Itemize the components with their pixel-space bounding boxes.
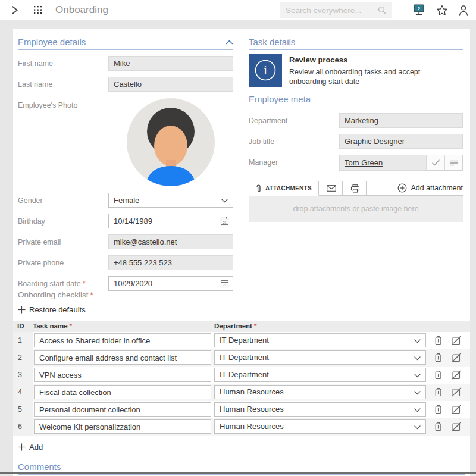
manager-value-link[interactable]: Tom Green: [345, 158, 383, 167]
attachments-tabbar: ATTACHMENTS Add attachment: [249, 180, 463, 196]
checklist-body: 1 IT Department 2 IT Department 3 IT Dep…: [13, 332, 470, 436]
department-select[interactable]: Human Resources: [214, 385, 426, 399]
attachments-dropzone[interactable]: drop attachments or paste image here: [249, 196, 463, 222]
checklist-row: 2 IT Department: [13, 349, 470, 367]
birthday-row: Birthday 21: [18, 214, 233, 228]
private-phone-field[interactable]: [108, 255, 233, 270]
restore-defaults-button[interactable]: Restore defaults: [18, 305, 86, 314]
paperclip-icon: [256, 184, 261, 193]
task-menu-icon[interactable]: [455, 56, 457, 65]
first-name-label: First name: [18, 56, 108, 68]
checklist-table-header: ID Task name* Department*: [13, 321, 470, 332]
add-row-label: Add: [29, 443, 43, 452]
task-text: Review process Review all onboarding tas…: [289, 54, 463, 87]
first-name-field[interactable]: [108, 56, 233, 71]
task-card: i Review process Review all onboarding t…: [249, 54, 463, 87]
task-name-input[interactable]: [34, 368, 211, 382]
department-row: Department: [249, 113, 463, 128]
add-attachment-label: Add attachment: [411, 184, 463, 192]
row-id: 5: [13, 401, 33, 418]
app-launcher-icon[interactable]: [34, 6, 42, 14]
edit-row-icon[interactable]: [452, 405, 461, 414]
department-select[interactable]: IT Department: [214, 368, 426, 382]
task-name-input[interactable]: [34, 350, 211, 365]
department-select[interactable]: Human Resources: [214, 402, 426, 416]
edit-row-icon[interactable]: [452, 370, 461, 380]
row-actions: [434, 387, 461, 397]
task-details-header: Task details: [249, 37, 463, 50]
row-id: 6: [13, 418, 33, 436]
department-field[interactable]: [339, 113, 463, 128]
edit-row-icon[interactable]: [452, 336, 461, 345]
birthday-field[interactable]: [108, 214, 233, 228]
boarding-start-field[interactable]: [108, 276, 233, 291]
delete-row-icon[interactable]: [434, 353, 443, 362]
add-row-button[interactable]: Add: [18, 443, 43, 452]
task-name-input[interactable]: [34, 402, 211, 416]
edit-row-icon[interactable]: [452, 422, 461, 431]
tab-email[interactable]: [321, 181, 343, 196]
search-input[interactable]: [280, 6, 378, 15]
row-id: 4: [13, 384, 33, 401]
search-box[interactable]: [280, 2, 392, 18]
boarding-start-row: Boarding start date* 21: [18, 276, 233, 291]
sidebar-expand-icon[interactable]: [11, 5, 19, 15]
gender-select[interactable]: Female: [108, 193, 233, 208]
department-select[interactable]: Human Resources: [214, 419, 426, 434]
photo-row: Employee's Photo: [18, 98, 233, 187]
tab-attachments[interactable]: ATTACHMENTS: [249, 181, 319, 196]
private-email-row: Private email: [18, 234, 233, 249]
add-attachment-button[interactable]: Add attachment: [397, 183, 463, 193]
department-label: Department: [249, 113, 339, 125]
column-header-task: Task name*: [33, 322, 214, 330]
task-name-input[interactable]: [34, 333, 211, 347]
last-name-field[interactable]: [108, 77, 233, 92]
private-email-field[interactable]: [108, 234, 233, 249]
chevron-down-icon: [414, 374, 421, 378]
task-name-input[interactable]: [34, 419, 211, 434]
column-header-id: ID: [13, 322, 33, 330]
delete-row-icon[interactable]: [434, 387, 443, 397]
collapse-section-icon[interactable]: [226, 40, 233, 45]
department-select-value: Human Resources: [220, 387, 284, 396]
manager-confirm-button[interactable]: [427, 155, 444, 170]
info-circle-icon: i: [254, 59, 277, 82]
private-phone-row: Private phone: [18, 255, 233, 270]
employee-meta-title: Employee meta: [249, 94, 311, 104]
envelope-icon: [327, 185, 336, 192]
manager-label: Manager: [249, 155, 339, 167]
employee-meta-header: Employee meta: [249, 94, 463, 107]
first-name-row: First name: [18, 56, 233, 71]
delete-row-icon[interactable]: [434, 370, 443, 380]
employee-details-title: Employee details: [18, 37, 86, 47]
tab-print[interactable]: [345, 181, 367, 196]
edit-row-icon[interactable]: [452, 387, 461, 397]
page-title: Onboarding: [55, 4, 108, 16]
delete-row-icon[interactable]: [434, 336, 443, 345]
gender-value: Female: [114, 196, 139, 205]
manager-row: Manager Tom Green: [249, 155, 463, 171]
chevron-down-icon: [414, 339, 421, 343]
edit-row-icon[interactable]: [452, 353, 461, 362]
department-select-value: IT Department: [220, 336, 269, 345]
job-title-field[interactable]: [339, 134, 463, 149]
favorites-star-icon[interactable]: [436, 5, 448, 16]
photo-label: Employee's Photo: [18, 98, 108, 109]
row-actions: [434, 405, 461, 414]
birthday-label: Birthday: [18, 214, 108, 226]
checkmark-icon: [432, 159, 440, 166]
chevron-down-icon: [414, 408, 421, 412]
delete-row-icon[interactable]: [434, 422, 443, 431]
profile-icon[interactable]: [458, 5, 469, 16]
checklist-title: Onbording checklist*: [13, 290, 470, 300]
notifications-icon[interactable]: 2: [412, 4, 426, 17]
svg-text:2: 2: [418, 6, 421, 11]
department-select[interactable]: IT Department: [214, 333, 426, 347]
plus-circle-icon: [397, 183, 407, 193]
plus-icon: [18, 306, 26, 314]
department-select[interactable]: IT Department: [214, 350, 426, 365]
list-lines-icon: [450, 159, 458, 167]
task-name-input[interactable]: [34, 385, 211, 399]
manager-pick-button[interactable]: [444, 155, 462, 170]
delete-row-icon[interactable]: [434, 405, 443, 414]
